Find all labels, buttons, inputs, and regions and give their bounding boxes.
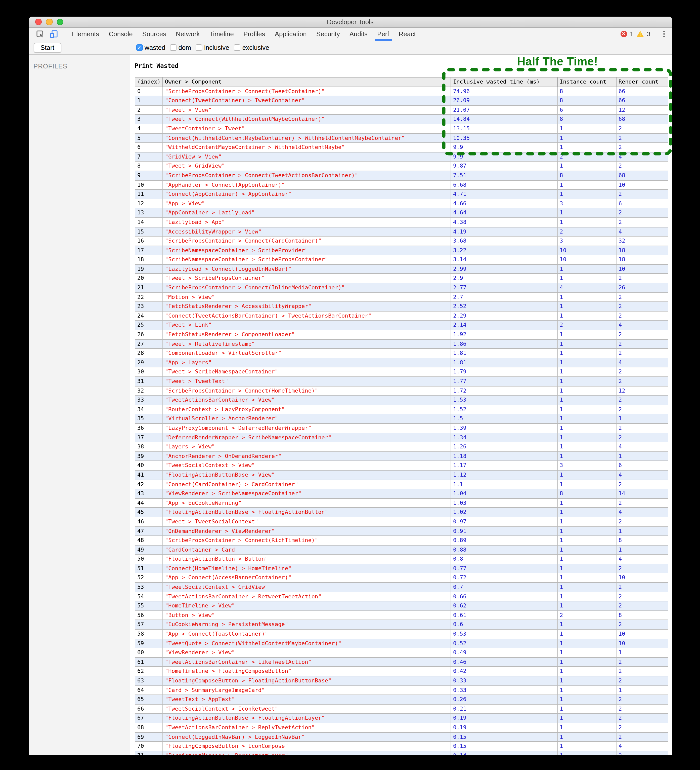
cell-value: 4.64 — [451, 209, 557, 218]
cell-index: 58 — [135, 629, 163, 639]
cell-owner-component: "LazyProxyComponent > DeferredRenderWrap… — [163, 424, 451, 433]
cell-owner-component: "Layers > View" — [163, 442, 451, 451]
cell-value: 9.9 — [451, 152, 557, 162]
table-row: 55"HomeTimeline > View"0.6212 — [135, 602, 668, 611]
overflow-menu-icon[interactable] — [661, 31, 666, 37]
cell-value: 1.39 — [451, 424, 557, 433]
cell-value: 4 — [616, 227, 668, 236]
cell-value: 1 — [557, 732, 616, 742]
cell-value: 32 — [616, 236, 668, 246]
table-row: 34"RouterContext > LazyProxyComponent"1.… — [135, 405, 668, 414]
cell-owner-component: "AnchorRenderer > OnDemandRenderer" — [163, 452, 451, 461]
cell-owner-component: "App > EuCookieWarning" — [163, 498, 451, 508]
cell-value: 1 — [557, 162, 616, 171]
table-row: 52"App > Connect(AccessBannerContainer)"… — [135, 573, 668, 582]
tab-application[interactable]: Application — [270, 28, 311, 40]
cell-value: 1.26 — [451, 442, 557, 451]
error-icon[interactable]: ✕ — [620, 31, 627, 37]
cell-owner-component: "FloatingComposeButton > IconCompose" — [163, 742, 451, 751]
checkbox-wasted-box[interactable]: ✓ — [136, 45, 143, 51]
cell-value: 0.42 — [451, 667, 557, 676]
column-header-4: Render count — [616, 77, 668, 87]
cell-owner-component: "Tweet > TweetSocialContext" — [163, 517, 451, 526]
cell-value: 1 — [557, 424, 616, 433]
cell-value: 1.52 — [451, 405, 557, 414]
checkbox-inclusive[interactable]: inclusive — [196, 44, 229, 52]
tab-perf[interactable]: Perf — [373, 28, 394, 40]
cell-index: 24 — [135, 311, 163, 320]
table-row: 69"Connect(LoggedInNavBar) > LoggedInNav… — [135, 732, 668, 742]
cell-owner-component: "LazilyLoad > App" — [163, 218, 451, 227]
tab-sources[interactable]: Sources — [137, 28, 171, 40]
cell-value: 4.71 — [451, 189, 557, 199]
cell-index: 6 — [135, 143, 163, 152]
devtools-window: Developer Tools ElementsConsoleSourcesNe… — [29, 16, 672, 755]
cell-value: 2 — [616, 751, 668, 755]
cell-value: 18 — [616, 246, 668, 255]
cell-value: 2.9 — [451, 274, 557, 283]
options-bar-left: Start — [29, 41, 130, 54]
cell-value: 12 — [616, 386, 668, 395]
cell-value: 1 — [557, 442, 616, 451]
cell-index: 59 — [135, 639, 163, 648]
cell-owner-component: "ViewRenderer > View" — [163, 648, 451, 657]
cell-owner-component: "VirtualScroller > AnchorRenderer" — [163, 414, 451, 424]
table-row: 26"FetchStatusRenderer > ComponentLoader… — [135, 330, 668, 339]
cell-owner-component: "FetchStatusRenderer > AccessibilityWrap… — [163, 302, 451, 311]
table-row: 39"AnchorRenderer > OnDemandRenderer"1.1… — [135, 452, 668, 461]
cell-owner-component: "HomeTimeline > View" — [163, 602, 451, 611]
checkbox-dom[interactable]: dom — [170, 44, 191, 52]
cell-value: 1 — [557, 582, 616, 592]
tab-react[interactable]: React — [394, 28, 421, 40]
cell-owner-component: "Connect(TweetContainer) > TweetContaine… — [163, 96, 451, 105]
cell-index: 16 — [135, 236, 163, 246]
tab-security[interactable]: Security — [311, 28, 345, 40]
cell-value: 0.53 — [451, 629, 557, 639]
tab-elements[interactable]: Elements — [67, 28, 104, 40]
cell-owner-component: "App > View" — [163, 199, 451, 208]
cell-value: 13.15 — [451, 124, 557, 133]
tab-audits[interactable]: Audits — [345, 28, 373, 40]
cell-value: 1 — [557, 723, 616, 732]
cell-value: 2 — [616, 339, 668, 348]
cell-index: 54 — [135, 592, 163, 601]
cell-owner-component: "Tweet > Link" — [163, 320, 451, 330]
table-row: 27"Tweet > RelativeTimestamp"1.8612 — [135, 339, 668, 348]
cell-value: 2 — [616, 302, 668, 311]
cell-owner-component: "Tweet > Connect(WithheldContentMaybeCon… — [163, 115, 451, 124]
cell-value: 1 — [557, 686, 616, 695]
tab-timeline[interactable]: Timeline — [205, 28, 239, 40]
tab-console[interactable]: Console — [104, 28, 137, 40]
cell-value: 2 — [616, 695, 668, 704]
cell-value: 68 — [616, 115, 668, 124]
cell-value: 1 — [557, 508, 616, 517]
cell-value: 1 — [557, 189, 616, 199]
tab-network[interactable]: Network — [171, 28, 205, 40]
profiles-heading: PROFILES — [34, 62, 129, 70]
cell-value: 0.33 — [451, 686, 557, 695]
inspect-element-icon[interactable] — [34, 28, 47, 40]
checkbox-dom-box[interactable] — [170, 45, 176, 51]
cell-value: 10 — [616, 264, 668, 274]
cell-index: 5 — [135, 133, 163, 143]
start-button[interactable]: Start — [34, 43, 61, 53]
cell-value: 2 — [616, 395, 668, 404]
tab-profiles[interactable]: Profiles — [239, 28, 270, 40]
checkbox-inclusive-box[interactable] — [196, 45, 202, 51]
table-row: 48"ScribePropsContainer > Connect(RichTi… — [135, 536, 668, 545]
warning-icon[interactable]: ! — [636, 31, 644, 37]
table-row: 11"Connect(AppContainer) > AppContainer"… — [135, 189, 668, 199]
checkbox-wasted[interactable]: ✓wasted — [136, 44, 165, 52]
cell-value: 0.88 — [451, 545, 557, 554]
cell-index: 49 — [135, 545, 163, 554]
cell-value: 12 — [616, 105, 668, 115]
profile-run-label[interactable]: Print Wasted — [135, 63, 672, 70]
device-toolbar-icon[interactable] — [47, 28, 61, 40]
cell-value: 2 — [616, 405, 668, 414]
cell-index: 64 — [135, 686, 163, 695]
checkbox-exclusive-box[interactable] — [234, 45, 240, 51]
cell-value: 1 — [557, 573, 616, 582]
table-row: 43"ViewRenderer > ScribeNamespaceContain… — [135, 489, 668, 498]
checkbox-exclusive[interactable]: exclusive — [234, 44, 269, 52]
table-row: 7"GridView > View"9.924 — [135, 152, 668, 162]
